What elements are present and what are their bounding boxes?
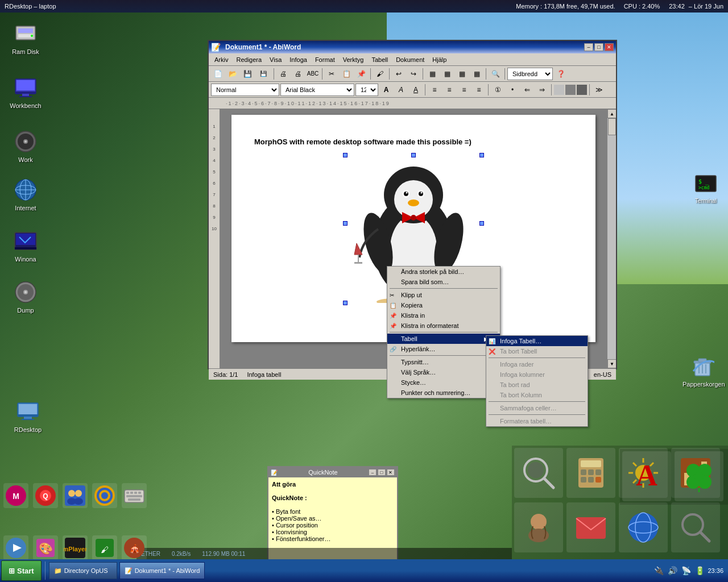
color1-btn[interactable] [554, 85, 564, 95]
bullets-btn[interactable]: • [506, 84, 519, 96]
dock-folder[interactable]: 🎪 [122, 535, 147, 560]
dock-paint[interactable]: 🎨 [33, 535, 58, 560]
italic-btn[interactable]: A [394, 84, 408, 96]
sub-delete-row[interactable]: Ta bort rad [486, 380, 588, 390]
table2-btn[interactable]: ▦ [440, 68, 454, 80]
copy-btn[interactable]: 📋 [340, 68, 353, 80]
scroll-down-btn[interactable]: ▼ [607, 359, 616, 368]
dock-text-red[interactable]: A [622, 451, 671, 501]
handle-tc[interactable] [411, 153, 416, 157]
dock-keyboard[interactable] [122, 483, 147, 508]
color2-btn[interactable] [565, 85, 576, 95]
dock-people[interactable] [63, 483, 88, 508]
table3-btn[interactable]: ▦ [455, 68, 469, 80]
handle-mr[interactable] [479, 221, 484, 226]
dock-clover[interactable] [675, 451, 723, 501]
handle-tl[interactable] [343, 153, 348, 157]
dock-browser[interactable] [92, 483, 117, 508]
sub-delete-table[interactable]: ❌ Ta bort Tabell [486, 346, 588, 356]
ctx-paragraph[interactable]: Stycke… [387, 377, 500, 388]
menu-tabell[interactable]: Tabell [368, 55, 391, 64]
open-btn[interactable]: 📂 [226, 68, 239, 80]
save-btn[interactable]: 💾 [241, 68, 254, 80]
handle-ml[interactable] [343, 221, 348, 226]
ctx-hyperlink[interactable]: 🔗 Hyperlänk… [387, 344, 500, 354]
ctx-font[interactable]: Typsnitt… [387, 357, 500, 367]
right-scrollbar[interactable]: ▲ ▼ [607, 109, 616, 368]
menu-infoga[interactable]: Infoga [286, 55, 311, 64]
ctx-language[interactable]: Välj Språk… [387, 367, 500, 377]
ctx-copy[interactable]: 📋 Kopiera [387, 300, 500, 310]
bold-btn[interactable]: A [379, 84, 393, 96]
dock-paint2[interactable]: 🖌 [92, 535, 117, 560]
ctx-save-image[interactable]: Spara bild som… [387, 277, 500, 287]
desktop-icon-dump[interactable]: Dump [6, 278, 46, 314]
new-btn[interactable]: 📄 [211, 68, 225, 80]
sub-merge-cells[interactable]: Sammafoga celler… [486, 403, 588, 413]
quicknote-expand[interactable]: □ [378, 469, 386, 476]
abiword-minimize-btn[interactable]: – [584, 43, 593, 51]
menu-arkiv[interactable]: Arkiv [211, 55, 231, 64]
help-btn[interactable]: ❓ [554, 68, 568, 80]
cut-btn[interactable]: ✂ [325, 68, 338, 80]
font-dropdown[interactable]: Arial Black [280, 84, 354, 96]
paint-btn[interactable]: 🖌 [373, 68, 387, 80]
style-dropdown[interactable]: Normal [211, 84, 279, 96]
abiword-close-btn[interactable]: ✕ [605, 43, 614, 51]
ctx-paste-unformatted[interactable]: 📌 Klistra in oformaterat [387, 321, 500, 331]
color3-btn[interactable] [577, 85, 587, 95]
menu-redigera[interactable]: Redigera [233, 55, 265, 64]
recycle-bin-icon[interactable]: Papperskorgen [682, 352, 722, 388]
quicknote-minimize[interactable]: – [369, 469, 377, 476]
align-center-btn[interactable]: ≡ [442, 84, 456, 96]
dock-email[interactable] [566, 502, 615, 552]
scroll-up-btn[interactable]: ▲ [607, 109, 616, 118]
taskbar-abiword[interactable]: 📝 Dokument1 * - AbiWord [119, 562, 205, 579]
rdesktop-icon[interactable]: RDesktop [8, 398, 48, 433]
dock-multimedia[interactable] [3, 535, 28, 560]
desktop-icon-work[interactable]: Work [6, 128, 46, 164]
ctx-bullets[interactable]: Punkter och numrering… [387, 388, 500, 398]
dock-morphos[interactable]: M [3, 483, 28, 508]
dock-calculator[interactable] [566, 448, 615, 498]
desktop-icon-ramdisk[interactable]: Ram Disk [6, 20, 46, 56]
abiword-maximize-btn[interactable]: □ [594, 43, 603, 51]
numbering-btn[interactable]: ① [491, 84, 504, 96]
sub-format-table[interactable]: Formatera tabell… [486, 416, 588, 426]
sub-insert-rows[interactable]: Infoga rader [486, 359, 588, 369]
table4-btn[interactable]: ▦ [470, 68, 483, 80]
ctx-cut[interactable]: ✂ Klipp ut [387, 290, 500, 300]
dock-game1[interactable]: Q [33, 483, 58, 508]
sub-insert-cols[interactable]: Infoga kolumner [486, 369, 588, 380]
size-dropdown[interactable]: 12 [355, 84, 378, 96]
extra1-btn[interactable]: ≫ [592, 84, 606, 96]
paste-btn[interactable]: 📌 [354, 68, 368, 80]
dock-mplayer[interactable]: mPlayer [63, 535, 88, 560]
desktop-icon-winona[interactable]: Winona [6, 227, 46, 263]
dock-magnifier[interactable] [514, 448, 563, 498]
zoom-dropdown[interactable]: Sidbredd [507, 68, 553, 80]
sub-delete-col[interactable]: Ta bort Kolumn [486, 390, 588, 400]
find-btn[interactable]: 🔍 [489, 68, 502, 80]
underline-btn[interactable]: A [409, 84, 423, 96]
menu-dokument[interactable]: Dokument [392, 55, 428, 64]
undo-btn[interactable]: ↩ [392, 68, 406, 80]
menu-visa[interactable]: Visa [266, 55, 285, 64]
dock-native[interactable] [514, 502, 563, 552]
print-btn[interactable]: 🖨 [276, 68, 290, 80]
scroll-track[interactable] [607, 118, 616, 359]
scroll-thumb[interactable] [608, 118, 616, 135]
menu-verktyg[interactable]: Verktyg [340, 55, 367, 64]
dock-search2[interactable] [671, 502, 720, 552]
indent-dec-btn[interactable]: ⇐ [520, 84, 534, 96]
ctx-resize-image[interactable]: Ändra storlek på bild… [387, 267, 500, 277]
taskbar-dopus[interactable]: 📁 Directory OpUS [49, 562, 117, 579]
redo-btn[interactable]: ↪ [407, 68, 420, 80]
menu-format[interactable]: Format [312, 55, 338, 64]
ctx-table[interactable]: Tabell ▶ [387, 334, 500, 344]
align-justify-btn[interactable]: ≡ [472, 84, 486, 96]
desktop-icon-workbench[interactable]: Workbench [6, 74, 46, 110]
align-right-btn[interactable]: ≡ [457, 84, 471, 96]
terminal-icon[interactable]: $ _>cmd Terminal [686, 171, 726, 204]
dock-globe2[interactable] [619, 502, 668, 552]
